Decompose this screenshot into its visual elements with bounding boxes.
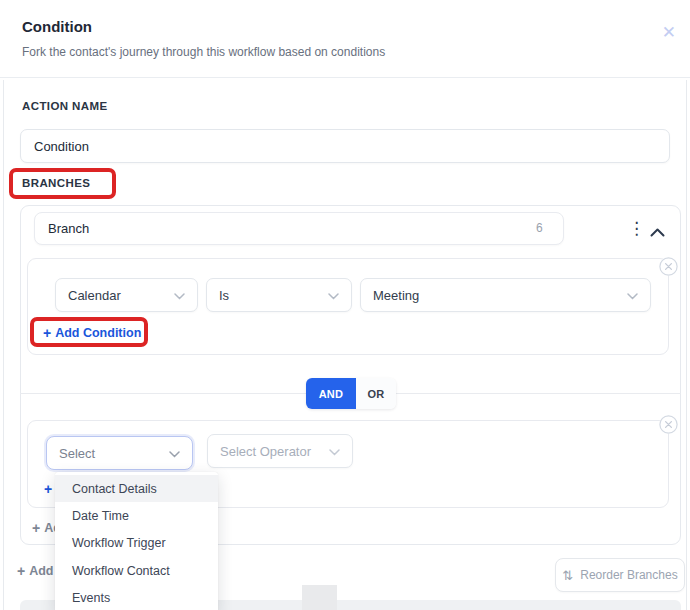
chevron-down-icon xyxy=(627,288,638,303)
remove-condition-group-2-icon[interactable] xyxy=(659,415,678,434)
value-select-1[interactable]: Meeting xyxy=(360,278,651,312)
panel-right-edge xyxy=(686,80,687,610)
field-select-2[interactable]: Select xyxy=(46,436,193,470)
and-button[interactable]: AND xyxy=(306,378,356,409)
operator-select-1-value: Is xyxy=(219,288,229,303)
panel-left-edge xyxy=(3,80,4,610)
panel-title: Condition xyxy=(22,18,92,35)
close-icon[interactable]: ✕ xyxy=(658,20,680,45)
value-select-1-value: Meeting xyxy=(373,288,419,303)
reorder-branches-label: Reorder Branches xyxy=(580,568,677,582)
canvas-fragment xyxy=(302,585,337,610)
operator-select-2-placeholder: Select Operator xyxy=(220,444,311,459)
header-divider xyxy=(0,77,690,78)
add-condition-label: Add Condition xyxy=(55,326,141,340)
chevron-down-icon xyxy=(169,446,180,461)
plus-icon: + xyxy=(43,325,51,341)
field-select-2-placeholder: Select xyxy=(59,446,95,461)
menu-item-workflow-contact[interactable]: Workflow Contact xyxy=(55,557,218,584)
panel-subtitle: Fork the contact's journey through this … xyxy=(22,45,385,59)
chevron-down-icon xyxy=(328,288,339,303)
menu-item-events[interactable]: Events xyxy=(55,585,218,610)
operator-select-2[interactable]: Select Operator xyxy=(207,434,353,468)
reorder-branches-button[interactable]: ⇅ Reorder Branches xyxy=(555,558,685,592)
field-select-1-value: Calendar xyxy=(68,288,121,303)
action-name-input[interactable] xyxy=(20,129,670,163)
remove-condition-group-1-icon[interactable] xyxy=(659,257,678,276)
field-select-1[interactable]: Calendar xyxy=(55,278,198,312)
plus-icon: + xyxy=(17,563,25,579)
plus-icon: + xyxy=(32,520,40,536)
add-condition-link-1[interactable]: + Add Condition xyxy=(43,325,141,341)
or-button[interactable]: OR xyxy=(356,378,396,409)
chevron-down-icon xyxy=(329,444,340,459)
plus-icon: + xyxy=(44,481,52,497)
condition-action-panel: Condition Fork the contact's journey thr… xyxy=(0,0,690,610)
menu-item-contact-details[interactable]: Contact Details xyxy=(55,475,218,502)
operator-select-1[interactable]: Is xyxy=(206,278,352,312)
logic-toggle: AND OR xyxy=(306,378,396,409)
chevron-down-icon xyxy=(174,288,185,303)
kebab-menu-icon[interactable]: ⋮ xyxy=(622,218,651,241)
menu-item-date-time[interactable]: Date Time xyxy=(55,502,218,529)
branch-char-count: 6 xyxy=(536,221,543,235)
reorder-icon: ⇅ xyxy=(562,569,573,582)
action-name-label: ACTION NAME xyxy=(22,100,108,112)
branches-label: BRANCHES xyxy=(22,177,90,189)
menu-item-workflow-trigger[interactable]: Workflow Trigger xyxy=(55,530,218,557)
field-options-menu: Contact Details Date Time Workflow Trigg… xyxy=(55,472,218,610)
chevron-up-icon[interactable] xyxy=(650,223,665,241)
branch-name-input[interactable] xyxy=(34,212,564,245)
